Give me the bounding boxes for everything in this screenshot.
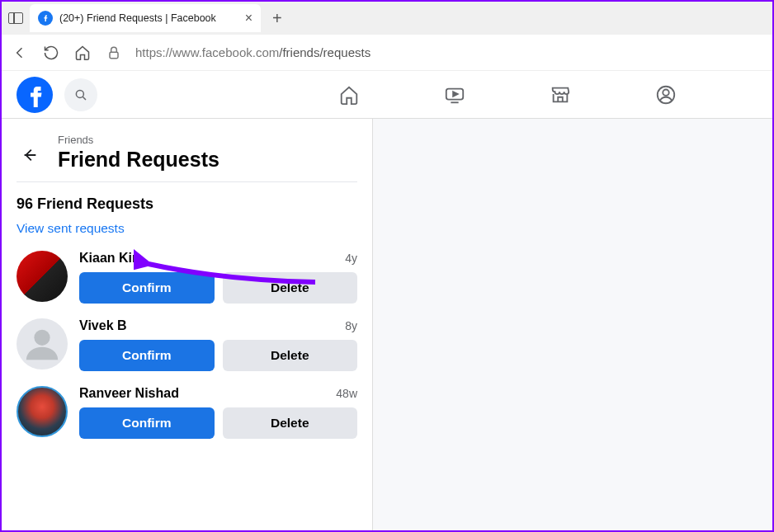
facebook-favicon-icon: [38, 11, 53, 26]
friends-sidebar: Friends Friend Requests 96 Friend Reques…: [2, 119, 373, 530]
sidebar-back-icon[interactable]: [17, 142, 43, 168]
request-body: Ranveer Nishad48wConfirmDelete: [79, 386, 357, 439]
main-pane: [373, 119, 772, 530]
url-text: https://www.facebook.com/friends/request…: [135, 45, 370, 59]
request-actions: ConfirmDelete: [79, 407, 357, 439]
friend-request-item[interactable]: Vivek B8yConfirmDelete: [17, 318, 357, 371]
request-count: 96 Friend Requests: [17, 195, 357, 213]
sidebar-header: Friends Friend Requests: [17, 129, 357, 182]
nav-marketplace-icon[interactable]: [548, 84, 573, 106]
friend-request-item[interactable]: Ranveer Nishad48wConfirmDelete: [17, 386, 357, 439]
request-name[interactable]: Vivek B: [79, 318, 127, 333]
avatar[interactable]: [17, 251, 68, 302]
panel-toggle-icon[interactable]: [8, 12, 23, 24]
svg-point-4: [663, 89, 668, 95]
request-time: 4y: [345, 252, 357, 265]
request-list: Kiaan Kin4yConfirmDeleteVivek B8yConfirm…: [17, 251, 357, 439]
delete-button[interactable]: Delete: [223, 272, 358, 304]
new-tab-button[interactable]: +: [267, 9, 287, 28]
view-sent-requests-link[interactable]: View sent requests: [17, 221, 125, 236]
request-top-row: Kiaan Kin4y: [79, 251, 357, 266]
request-top-row: Ranveer Nishad48w: [79, 386, 357, 401]
nav-account-icon[interactable]: [654, 84, 678, 106]
request-body: Vivek B8yConfirmDelete: [79, 318, 357, 371]
fb-top-nav: [109, 84, 757, 106]
nav-watch-icon[interactable]: [442, 84, 467, 106]
svg-point-5: [34, 330, 50, 346]
svg-rect-0: [110, 52, 118, 58]
request-time: 8y: [345, 319, 357, 332]
request-name[interactable]: Kiaan Kin: [79, 251, 140, 266]
tab-title: (20+) Friend Requests | Facebook: [59, 12, 238, 24]
confirm-button[interactable]: Confirm: [79, 340, 215, 371]
tab-close-icon[interactable]: ×: [245, 11, 252, 26]
browser-tab[interactable]: (20+) Friend Requests | Facebook ×: [30, 4, 261, 32]
lock-icon: [106, 45, 122, 61]
url-path: /friends/requests: [279, 45, 370, 59]
confirm-button[interactable]: Confirm: [79, 407, 215, 439]
friend-request-item[interactable]: Kiaan Kin4yConfirmDelete: [17, 251, 357, 304]
delete-button[interactable]: Delete: [223, 340, 358, 371]
avatar[interactable]: [17, 386, 68, 437]
request-actions: ConfirmDelete: [79, 340, 357, 371]
svg-point-1: [76, 90, 83, 97]
facebook-logo-icon[interactable]: [17, 77, 53, 113]
request-actions: ConfirmDelete: [79, 272, 357, 304]
address-bar-row: https://www.facebook.com/friends/request…: [2, 35, 772, 71]
search-button[interactable]: [64, 78, 97, 111]
confirm-button[interactable]: Confirm: [79, 272, 215, 304]
refresh-icon[interactable]: [43, 45, 59, 61]
url-host: https://www.facebook.com: [135, 45, 279, 59]
browser-chrome: (20+) Friend Requests | Facebook × + htt…: [2, 2, 772, 71]
home-nav-icon[interactable]: [74, 45, 91, 61]
content-area: Friends Friend Requests 96 Friend Reques…: [2, 119, 772, 530]
nav-home-icon[interactable]: [337, 84, 361, 106]
avatar[interactable]: [17, 318, 68, 370]
request-time: 48w: [336, 387, 357, 400]
back-icon[interactable]: [12, 45, 28, 61]
delete-button[interactable]: Delete: [223, 407, 358, 439]
tab-bar: (20+) Friend Requests | Facebook × +: [2, 2, 772, 35]
page-title: Friend Requests: [58, 148, 219, 172]
request-name[interactable]: Ranveer Nishad: [79, 386, 179, 401]
request-top-row: Vivek B8y: [79, 318, 357, 333]
fb-header: [2, 71, 772, 119]
sidebar-heading-block: Friends Friend Requests: [58, 134, 219, 172]
request-body: Kiaan Kin4yConfirmDelete: [79, 251, 357, 304]
address-bar[interactable]: https://www.facebook.com/friends/request…: [106, 45, 762, 61]
breadcrumb[interactable]: Friends: [58, 134, 219, 146]
